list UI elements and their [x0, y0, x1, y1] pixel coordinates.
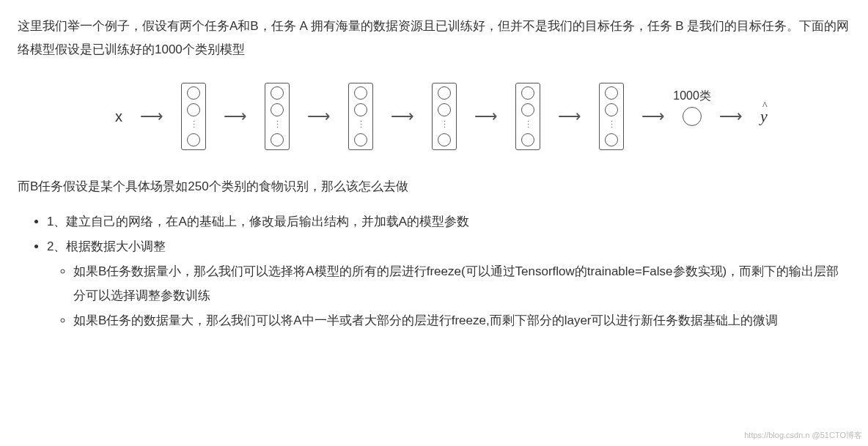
dots-icon: ··· — [444, 120, 445, 129]
list-item-label: 2、根据数据大小调整 — [47, 239, 166, 253]
list-item: 1、建立自己的网络，在A的基础上，修改最后输出结构，并加载A的模型参数 — [47, 210, 850, 234]
node-icon — [521, 86, 534, 100]
arrow-icon: ⟶ — [224, 101, 247, 132]
layer-4: ··· — [432, 83, 457, 150]
layer-2: ··· — [265, 83, 290, 150]
output-class-label: 1000类 — [673, 85, 711, 107]
node-icon — [605, 103, 618, 116]
arrow-icon: ⟶ — [391, 101, 414, 132]
arrow-icon: ⟶ — [558, 101, 581, 132]
node-icon — [354, 103, 367, 116]
layer-5: ··· — [515, 83, 540, 150]
layer-6: ··· — [599, 83, 624, 150]
list-item: 如果B任务数据量小，那么我们可以选择将A模型的所有的层进行freeze(可以通过… — [73, 260, 850, 308]
node-icon — [354, 133, 367, 146]
watermark: https://blog.csdn.n @51CTO博客 — [744, 428, 862, 443]
list-item: 如果B任务的数据量大，那么我们可以将A中一半或者大部分的层进行freeze,而剩… — [73, 309, 850, 332]
output-node-wrap: 1000类 — [683, 107, 702, 126]
node-icon — [521, 103, 534, 116]
sub-list: 如果B任务数据量小，那么我们可以选择将A模型的所有的层进行freeze(可以通过… — [47, 260, 850, 332]
dots-icon: ··· — [360, 120, 361, 129]
intro-paragraph: 这里我们举一个例子，假设有两个任务A和B，任务 A 拥有海量的数据资源且已训练好… — [18, 15, 850, 62]
output-label: ^y — [760, 101, 768, 132]
arrow-icon: ⟶ — [474, 101, 498, 132]
input-label: x — [115, 103, 122, 130]
arrow-icon: ⟶ — [307, 101, 331, 132]
node-icon — [605, 133, 618, 146]
list-item: 2、根据数据大小调整 如果B任务数据量小，那么我们可以选择将A模型的所有的层进行… — [47, 235, 850, 332]
node-icon — [271, 86, 284, 100]
dots-icon: ··· — [276, 120, 278, 129]
steps-list: 1、建立自己的网络，在A的基础上，修改最后输出结构，并加载A的模型参数 2、根据… — [18, 210, 850, 332]
node-icon — [438, 133, 451, 146]
network-diagram: x ⟶ ··· ⟶ ··· ⟶ ··· ⟶ ··· ⟶ ··· ⟶ ··· — [18, 83, 850, 150]
dots-icon: ··· — [611, 120, 612, 129]
arrow-icon: ⟶ — [641, 101, 665, 132]
node-icon — [354, 86, 367, 100]
layer-1: ··· — [181, 83, 206, 150]
node-icon — [438, 103, 451, 116]
node-icon — [271, 103, 284, 116]
layer-3: ··· — [348, 83, 373, 150]
dots-icon: ··· — [193, 120, 194, 129]
output-node-icon — [683, 107, 702, 126]
node-icon — [438, 86, 451, 100]
node-icon — [187, 86, 200, 100]
node-icon — [187, 103, 200, 116]
arrow-icon: ⟶ — [140, 101, 163, 132]
node-icon — [521, 133, 534, 146]
dots-icon: ··· — [527, 120, 529, 129]
paragraph-2: 而B任务假设是某个具体场景如250个类别的食物识别，那么该怎么去做 — [18, 175, 850, 198]
node-icon — [187, 133, 200, 146]
node-icon — [605, 86, 618, 100]
node-icon — [271, 133, 284, 146]
arrow-icon: ⟶ — [719, 101, 743, 132]
